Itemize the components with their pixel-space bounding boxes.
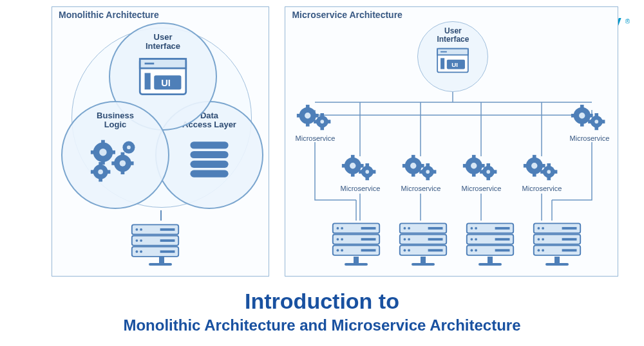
svg-rect-166 [495, 227, 510, 230]
svg-rect-112 [433, 170, 437, 174]
svg-rect-46 [106, 170, 111, 174]
svg-point-143 [337, 238, 339, 241]
svg-point-54 [140, 239, 142, 242]
svg-point-141 [341, 227, 344, 230]
svg-point-79 [579, 113, 585, 118]
svg-rect-160 [428, 249, 443, 251]
svg-point-53 [136, 239, 138, 242]
svg-point-180 [542, 238, 545, 241]
svg-rect-71 [297, 114, 301, 118]
gears-icon [401, 154, 440, 183]
svg-rect-148 [361, 249, 376, 251]
svg-point-165 [475, 227, 478, 230]
svg-rect-62 [440, 59, 444, 69]
svg-rect-95 [342, 164, 346, 168]
server-connector-line [160, 210, 162, 221]
database-icon [185, 139, 233, 179]
svg-rect-111 [420, 170, 424, 174]
svg-rect-37 [91, 150, 96, 154]
svg-rect-119 [463, 164, 468, 168]
svg-rect-136 [554, 170, 558, 174]
gears-icon [570, 104, 609, 133]
svg-point-34 [127, 145, 131, 149]
server-foot [545, 263, 569, 266]
footer-title: Introduction to [0, 289, 644, 314]
svg-point-33 [98, 169, 103, 174]
microservice-node: Microservice [454, 154, 508, 192]
monolithic-panel: Monolithic Architecture User Interface U… [52, 6, 269, 277]
svg-rect-123 [480, 170, 484, 174]
diagram-row: Monolithic Architecture User Interface U… [0, 0, 644, 277]
svg-rect-35 [101, 140, 105, 145]
svg-rect-96 [359, 164, 364, 168]
svg-rect-107 [402, 164, 407, 168]
svg-point-179 [538, 238, 540, 241]
svg-rect-42 [129, 161, 134, 165]
ui-badge-text: UI [161, 77, 171, 87]
server-foot [412, 263, 435, 266]
svg-rect-124 [493, 170, 497, 174]
svg-point-115 [471, 163, 477, 168]
server-foot [345, 263, 368, 266]
svg-point-116 [487, 170, 491, 174]
svg-point-177 [542, 227, 545, 230]
registered-mark: ® [625, 18, 630, 25]
svg-rect-99 [359, 170, 363, 174]
svg-point-56 [136, 250, 138, 253]
server-icon [464, 219, 516, 264]
svg-rect-86 [595, 127, 599, 131]
svg-rect-58 [160, 250, 175, 253]
server-icon [330, 219, 382, 264]
server-stand [421, 257, 426, 263]
server-stand [554, 257, 560, 263]
footer-subtitle: Monolithic Architecture and Microservice… [0, 316, 644, 334]
ui-label: User Interface [146, 33, 180, 51]
svg-rect-24 [190, 151, 228, 158]
microservice-label: Microservice [515, 185, 569, 192]
svg-rect-106 [412, 172, 415, 177]
svg-point-147 [341, 249, 344, 251]
svg-rect-39 [121, 152, 125, 156]
monolithic-server [129, 221, 194, 266]
server-stand [488, 257, 493, 263]
microservice-node: Microservice [333, 154, 387, 192]
svg-point-57 [140, 250, 142, 253]
svg-rect-97 [366, 163, 370, 167]
microservice-label: Microservice [454, 185, 508, 192]
gears-icon [296, 104, 334, 133]
svg-rect-93 [351, 155, 355, 159]
gears-icon [341, 154, 379, 183]
svg-point-170 [471, 249, 473, 251]
server-foot [149, 263, 172, 266]
gears-icon [84, 136, 146, 188]
svg-rect-181 [562, 238, 577, 241]
svg-point-168 [475, 238, 478, 241]
svg-rect-130 [533, 172, 536, 177]
svg-point-158 [404, 249, 406, 251]
venn-diagram: User Interface UI Data Access Layer [64, 25, 260, 212]
svg-point-176 [538, 227, 540, 230]
footer: Introduction to Monolithic Architecture … [0, 289, 644, 334]
svg-rect-23 [190, 141, 228, 149]
svg-rect-74 [321, 127, 325, 131]
gears-icon [462, 154, 500, 183]
server-icon [531, 219, 583, 264]
svg-rect-44 [99, 177, 102, 181]
svg-point-159 [408, 249, 411, 251]
server-icon [129, 221, 181, 263]
svg-rect-55 [160, 239, 175, 242]
svg-rect-87 [589, 120, 592, 123]
microservice-node: Microservice [393, 154, 448, 192]
svg-point-171 [475, 249, 478, 251]
svg-point-92 [366, 170, 370, 174]
svg-rect-81 [580, 105, 584, 109]
svg-rect-100 [372, 170, 376, 174]
server-stand [159, 257, 164, 263]
svg-point-128 [547, 170, 551, 174]
svg-rect-135 [541, 170, 545, 174]
svg-rect-157 [428, 238, 443, 241]
svg-rect-72 [314, 114, 319, 118]
svg-point-127 [531, 163, 537, 168]
svg-rect-145 [361, 238, 376, 241]
svg-rect-109 [426, 163, 430, 167]
